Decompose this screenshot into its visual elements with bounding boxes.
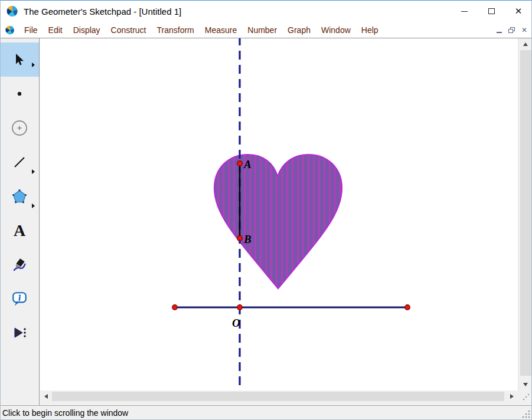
segment-icon <box>12 155 27 169</box>
vertical-scroll-thumb[interactable] <box>520 50 531 376</box>
sketch-canvas[interactable]: A B O <box>40 38 518 391</box>
window-controls: ✕ <box>451 0 532 22</box>
tool-palette: A <box>0 38 40 405</box>
label-a[interactable]: A <box>243 158 252 170</box>
menu-display[interactable]: Display <box>68 23 106 37</box>
menu-bar: File Edit Display Construct Transform Me… <box>0 22 532 38</box>
circle-icon <box>11 119 28 137</box>
scrollbar-corner-resize-grip[interactable] <box>518 391 532 402</box>
marker-pen-icon <box>12 257 27 273</box>
label-o[interactable]: O <box>232 317 240 329</box>
heart-shape[interactable] <box>214 155 342 288</box>
doc-restore-icon[interactable] <box>508 27 515 33</box>
scroll-down-button[interactable] <box>520 379 531 391</box>
sketch-area[interactable]: A B O <box>40 38 518 391</box>
status-message: Click to begin scrolling the window <box>2 408 128 418</box>
menu-construct[interactable]: Construct <box>106 23 152 37</box>
document-window-controls: ✕ <box>497 22 527 38</box>
menu-edit[interactable]: Edit <box>43 23 68 37</box>
custom-tool[interactable] <box>0 316 39 350</box>
menu-window[interactable]: Window <box>316 23 356 37</box>
document-icon <box>5 25 15 35</box>
scroll-right-button[interactable] <box>506 391 518 402</box>
information-tool[interactable] <box>0 282 39 316</box>
menu-help[interactable]: Help <box>356 23 384 37</box>
straightedge-tool[interactable] <box>0 145 39 179</box>
minimize-button[interactable] <box>451 0 478 22</box>
info-bubble-icon <box>11 291 28 307</box>
up-arrow-icon <box>523 42 528 46</box>
vertical-scrollbar[interactable] <box>518 38 532 391</box>
flyout-arrow-icon <box>32 63 35 67</box>
menu-measure[interactable]: Measure <box>200 23 242 37</box>
window-title: The Geometer's Sketchpad - [Untitled 1] <box>24 6 181 17</box>
arrow-cursor-icon <box>12 52 27 67</box>
flyout-arrow-icon <box>32 204 35 208</box>
horizontal-scrollbar[interactable] <box>40 391 518 402</box>
minimize-icon <box>461 11 468 12</box>
doc-close-icon[interactable]: ✕ <box>521 27 527 34</box>
title-bar: The Geometer's Sketchpad - [Untitled 1] … <box>0 0 532 22</box>
menu-transform[interactable]: Transform <box>152 23 200 37</box>
text-tool[interactable]: A <box>0 214 39 248</box>
resize-grip-icon <box>518 391 532 402</box>
down-arrow-icon <box>523 383 528 386</box>
app-logo-icon <box>6 5 18 17</box>
maximize-button[interactable] <box>478 0 505 22</box>
right-arrow-icon <box>510 394 514 399</box>
scroll-left-button[interactable] <box>40 391 52 402</box>
point-b[interactable] <box>237 236 243 241</box>
menu-file[interactable]: File <box>19 23 43 37</box>
close-icon: ✕ <box>515 7 523 16</box>
window-resize-grip-icon[interactable] <box>521 409 531 419</box>
segment-right-endpoint[interactable] <box>405 305 410 310</box>
doc-minimize-icon[interactable] <box>497 32 502 33</box>
point-tool[interactable] <box>0 77 39 111</box>
point-a[interactable] <box>237 161 243 166</box>
segment-left-endpoint[interactable] <box>172 305 178 310</box>
point-o[interactable] <box>237 305 243 310</box>
marker-tool[interactable] <box>0 248 39 282</box>
status-bar: Click to begin scrolling the window <box>0 405 532 420</box>
custom-tool-icon <box>11 325 28 342</box>
text-tool-icon: A <box>14 222 25 239</box>
maximize-icon <box>488 8 495 14</box>
label-b[interactable]: B <box>243 233 252 245</box>
left-arrow-icon <box>44 394 48 399</box>
menu-number[interactable]: Number <box>242 23 282 37</box>
polygon-tool[interactable] <box>0 179 39 214</box>
flyout-arrow-icon <box>32 169 35 174</box>
horizontal-scroll-thumb[interactable] <box>52 392 504 401</box>
pentagon-icon <box>12 189 27 204</box>
selection-arrow-tool[interactable] <box>0 42 39 77</box>
scroll-up-button[interactable] <box>520 38 531 50</box>
compass-tool[interactable] <box>0 111 39 145</box>
menu-graph[interactable]: Graph <box>282 23 316 37</box>
point-icon <box>12 87 27 101</box>
close-button[interactable]: ✕ <box>505 0 532 22</box>
